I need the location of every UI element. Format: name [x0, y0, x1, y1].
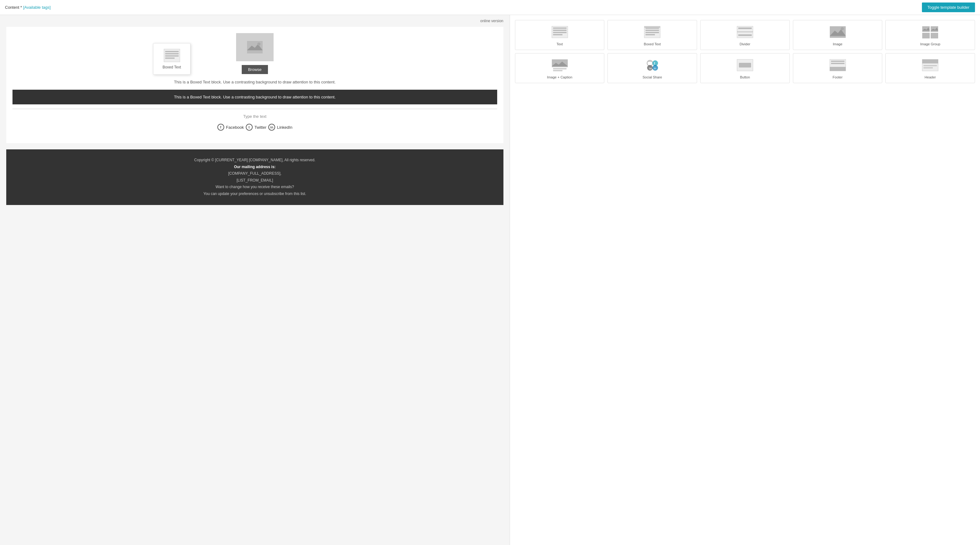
svg-rect-9: [553, 27, 566, 29]
floating-card-icon: [163, 48, 180, 62]
email-divider: [13, 109, 497, 109]
block-image-caption-icon: [550, 57, 569, 73]
footer-list-email: [LIST_FROM_EMAIL]: [13, 177, 497, 184]
svg-rect-29: [931, 33, 938, 38]
footer-copyright: Copyright © [CURRENT_YEAR] [COMPANY_NAME…: [13, 157, 497, 164]
image-placeholder-icon: [247, 41, 262, 53]
block-button-label: Button: [703, 75, 787, 79]
block-header-label: Header: [888, 75, 972, 79]
svg-rect-28: [922, 33, 930, 38]
template-builder-panel: Text Boxed Text: [510, 15, 980, 545]
available-tags-link[interactable]: [Available tags]: [23, 5, 51, 10]
block-image-group[interactable]: Image Group: [885, 20, 975, 50]
svg-rect-50: [922, 59, 938, 64]
email-light-text: This is a Boxed Text block. Use a contra…: [13, 79, 497, 85]
twitter-label: Twitter: [255, 125, 266, 130]
toggle-template-builder-button[interactable]: Toggle template builder: [922, 3, 975, 12]
svg-text:in: in: [654, 67, 656, 70]
block-header-icon: [921, 57, 940, 73]
type-text-placeholder: Type the text: [13, 114, 497, 119]
block-divider-icon: [735, 24, 754, 40]
svg-rect-17: [646, 34, 655, 35]
svg-rect-47: [831, 63, 845, 64]
main-layout: online version Browse This is a Boxed Te…: [0, 15, 980, 545]
svg-rect-10: [553, 30, 566, 31]
floating-card-label: Boxed Text: [158, 65, 186, 69]
svg-rect-44: [739, 63, 751, 67]
block-social-share-icon: f tw in: [643, 57, 662, 73]
block-boxed-text-icon: [643, 24, 662, 40]
svg-point-25: [841, 27, 844, 30]
svg-rect-48: [830, 67, 846, 71]
svg-rect-18: [644, 26, 660, 28]
footer-change-text: Want to change how you receive these ema…: [13, 184, 497, 191]
svg-point-2: [257, 43, 261, 46]
block-boxed-text[interactable]: Boxed Text: [608, 20, 697, 50]
email-content-area: Browse This is a Boxed Text block. Use a…: [6, 27, 503, 143]
browse-button[interactable]: Browse: [242, 65, 268, 74]
top-bar: Content * [Available tags] Toggle templa…: [0, 0, 980, 15]
linkedin-label: LinkedIn: [277, 125, 292, 130]
online-version-bar: online version: [0, 15, 510, 27]
block-image-group-icon: [921, 24, 940, 40]
social-share-row: f Facebook t Twitter in LinkedIn: [13, 124, 497, 131]
block-text-label: Text: [518, 42, 602, 46]
block-social-share[interactable]: f tw in Social Share: [608, 53, 697, 83]
block-image-caption-label: Image + Caption: [518, 75, 602, 79]
block-image-icon: [828, 24, 847, 40]
block-button[interactable]: Button: [700, 53, 790, 83]
block-header[interactable]: Header: [885, 53, 975, 83]
content-label-area: Content * [Available tags]: [5, 5, 51, 10]
linkedin-icon: in: [268, 124, 275, 131]
block-divider-label: Divider: [703, 42, 787, 46]
footer-address: [COMPANY_FULL_ADDRESS],: [13, 171, 497, 177]
block-text-icon: [550, 24, 569, 40]
svg-rect-12: [553, 34, 562, 35]
svg-rect-16: [646, 32, 659, 33]
block-boxed-text-label: Boxed Text: [610, 42, 694, 46]
email-footer: Copyright © [CURRENT_YEAR] [COMPANY_NAME…: [6, 149, 503, 205]
content-label: Content *: [5, 5, 22, 10]
svg-rect-34: [553, 68, 566, 69]
email-preview-panel: online version Browse This is a Boxed Te…: [0, 15, 510, 545]
svg-rect-52: [923, 67, 933, 69]
facebook-icon: f: [217, 124, 224, 131]
online-version-text: online version: [480, 19, 503, 23]
svg-rect-51: [923, 65, 937, 66]
block-text[interactable]: Text: [515, 20, 605, 50]
footer-mailing-label: Our mailing address is:: [234, 165, 275, 169]
svg-rect-15: [646, 30, 659, 31]
svg-rect-46: [831, 61, 845, 62]
image-placeholder: [236, 33, 274, 61]
svg-rect-35: [553, 70, 562, 71]
svg-rect-20: [738, 27, 752, 29]
svg-rect-22: [738, 34, 752, 36]
svg-rect-7: [165, 57, 175, 59]
facebook-label: Facebook: [226, 125, 244, 130]
block-social-share-label: Social Share: [610, 75, 694, 79]
email-dark-box: This is a Boxed Text block. Use a contra…: [13, 90, 497, 105]
block-image-group-label: Image Group: [888, 42, 972, 46]
footer-unsubscribe-text: You can update your preferences or unsub…: [13, 191, 497, 198]
svg-text:tw: tw: [649, 67, 652, 70]
svg-rect-6: [165, 55, 179, 57]
block-divider[interactable]: Divider: [700, 20, 790, 50]
block-footer-label: Footer: [796, 75, 880, 79]
blocks-grid: Text Boxed Text: [515, 20, 975, 83]
block-image[interactable]: Image: [793, 20, 883, 50]
twitter-icon: t: [246, 124, 253, 131]
svg-rect-5: [165, 53, 179, 54]
svg-rect-11: [553, 32, 566, 33]
block-footer-icon: [828, 57, 847, 73]
block-button-icon: [735, 57, 754, 73]
block-footer[interactable]: Footer: [793, 53, 883, 83]
block-image-label: Image: [796, 42, 880, 46]
svg-rect-4: [165, 51, 179, 52]
block-image-caption[interactable]: Image + Caption: [515, 53, 605, 83]
floating-block-card[interactable]: Boxed Text: [153, 43, 191, 75]
